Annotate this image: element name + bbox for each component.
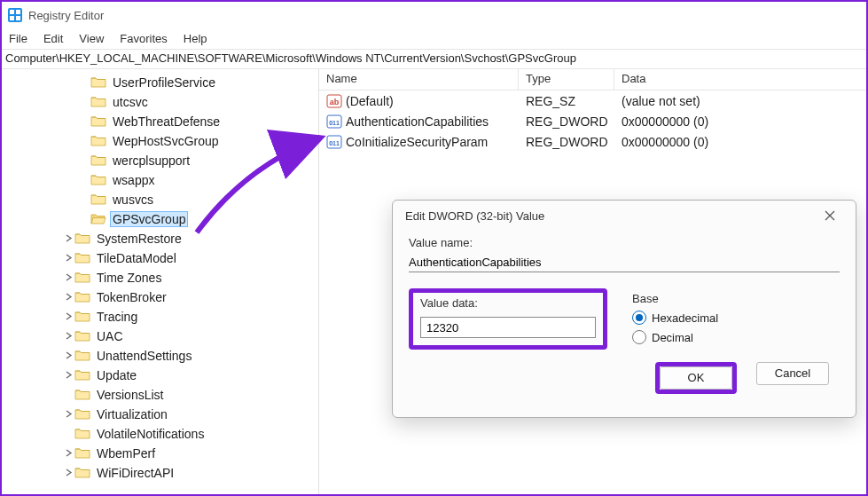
column-header-type[interactable]: Type — [519, 69, 614, 90]
window-title: Registry Editor — [28, 9, 104, 22]
value-name: CoInitializeSecurityParam — [346, 135, 488, 149]
ok-highlight: OK — [655, 362, 737, 394]
dialog-titlebar[interactable]: Edit DWORD (32-bit) Value — [393, 201, 856, 231]
tree-item[interactable]: wsappx — [2, 170, 318, 190]
close-icon[interactable] — [813, 204, 847, 227]
folder-icon — [90, 75, 106, 90]
tree-item[interactable]: WebThreatDefense — [2, 112, 318, 131]
folder-icon — [90, 154, 106, 168]
radio-decimal[interactable]: Decimal — [632, 330, 718, 344]
tree-item-label: WbemPerf — [94, 445, 158, 461]
tree-item[interactable]: wusvcs — [2, 190, 318, 209]
tree-item-label: wusvcs — [110, 192, 156, 208]
svg-rect-1 — [10, 10, 14, 14]
svg-text:011: 011 — [329, 139, 340, 146]
tree-item[interactable]: WiFiDirectAPI — [2, 463, 318, 483]
value-data: 0x00000000 (0) — [614, 114, 866, 129]
tree-item[interactable]: WepHostSvcGroup — [2, 131, 318, 151]
base-label: Base — [632, 292, 718, 305]
folder-icon — [90, 193, 106, 207]
reg-sz-icon: ab — [326, 93, 342, 109]
tree-item[interactable]: UAC — [2, 327, 318, 346]
value-data-input[interactable] — [420, 317, 596, 338]
chevron-right-icon[interactable] — [62, 292, 74, 303]
tree-item[interactable]: Time Zones — [2, 268, 318, 287]
column-header-data[interactable]: Data — [614, 69, 866, 90]
chevron-right-icon[interactable] — [62, 272, 74, 283]
menu-edit[interactable]: Edit — [43, 32, 63, 45]
chevron-right-icon[interactable] — [62, 311, 74, 322]
column-header-name[interactable]: Name — [319, 69, 519, 90]
value-row[interactable]: 011AuthenticationCapabilitiesREG_DWORD0x… — [319, 111, 866, 131]
tree-item[interactable]: utcsvc — [2, 92, 318, 112]
folder-icon — [74, 388, 90, 402]
chevron-right-icon[interactable] — [62, 253, 74, 264]
chevron-right-icon[interactable] — [62, 468, 74, 478]
ok-button[interactable]: OK — [660, 366, 732, 390]
tree-item[interactable]: UnattendSettings — [2, 346, 318, 366]
chevron-right-icon[interactable] — [62, 448, 74, 459]
svg-text:011: 011 — [329, 119, 340, 125]
tree-item-label: wsappx — [110, 172, 157, 188]
tree-item-label: UnattendSettings — [94, 348, 194, 364]
menu-file[interactable]: File — [9, 32, 27, 45]
folder-icon — [74, 349, 90, 363]
value-name-input[interactable] — [409, 253, 840, 272]
svg-rect-3 — [10, 16, 14, 20]
folder-icon — [74, 368, 90, 382]
chevron-right-icon[interactable] — [62, 233, 74, 244]
tree-item-label: TileDataModel — [94, 250, 179, 266]
tree-item[interactable]: SystemRestore — [2, 229, 318, 248]
tree-item[interactable]: WbemPerf — [2, 444, 318, 463]
tree-item[interactable]: TokenBroker — [2, 287, 318, 307]
tree-item-label: WiFiDirectAPI — [94, 465, 176, 481]
registry-editor-icon — [7, 7, 23, 23]
tree-item[interactable]: wercplsupport — [2, 151, 318, 170]
tree-item[interactable]: VolatileNotifications — [2, 424, 318, 444]
menu-favorites[interactable]: Favorites — [120, 32, 167, 45]
value-data-highlight: Value data: — [409, 288, 607, 350]
menubar: File Edit View Favorites Help — [2, 28, 866, 50]
value-type: REG_DWORD — [519, 114, 614, 129]
chevron-right-icon[interactable] — [62, 409, 74, 420]
menu-help[interactable]: Help — [184, 32, 207, 45]
value-data-label: Value data: — [420, 296, 596, 310]
value-rows: ab(Default)REG_SZ(value not set)011Authe… — [319, 91, 866, 152]
chevron-right-icon[interactable] — [62, 331, 74, 342]
tree-item[interactable]: UserProfileService — [2, 73, 318, 92]
folder-icon — [74, 466, 90, 480]
tree-item[interactable]: Update — [2, 366, 318, 385]
value-data: 0x00000000 (0) — [614, 135, 866, 149]
tree-item[interactable]: GPSvcGroup — [2, 209, 318, 229]
folder-icon — [74, 446, 90, 461]
folder-open-icon — [90, 212, 106, 226]
dialog-body: Value name: Value data: Base Hexadecimal… — [393, 231, 856, 403]
dialog-title-text: Edit DWORD (32-bit) Value — [405, 209, 544, 223]
folder-icon — [90, 95, 106, 109]
tree-item[interactable]: VersionsList — [2, 385, 318, 405]
value-row[interactable]: ab(Default)REG_SZ(value not set) — [319, 91, 866, 111]
tree-item-label: UserProfileService — [110, 75, 218, 91]
tree-item-label: wercplsupport — [110, 153, 192, 169]
value-type: REG_DWORD — [519, 135, 614, 149]
value-row[interactable]: 011CoInitializeSecurityParamREG_DWORD0x0… — [319, 131, 866, 152]
values-header: Name Type Data — [319, 69, 866, 91]
cancel-button[interactable]: Cancel — [756, 362, 829, 385]
tree-item-label: Update — [94, 367, 139, 383]
tree-pane[interactable]: UserProfileServiceutcsvcWebThreatDefense… — [2, 69, 319, 494]
menu-view[interactable]: View — [79, 32, 104, 45]
chevron-right-icon[interactable] — [62, 350, 74, 361]
value-name: AuthenticationCapabilities — [346, 114, 489, 129]
tree-item[interactable]: Tracing — [2, 307, 318, 327]
chevron-right-icon[interactable] — [62, 370, 74, 381]
tree-item-label: WepHostSvcGroup — [110, 133, 222, 149]
radio-hexadecimal[interactable]: Hexadecimal — [632, 311, 718, 325]
tree-item[interactable]: Virtualization — [2, 405, 318, 424]
radio-icon — [632, 311, 646, 325]
tree-item-label: GPSvcGroup — [110, 211, 188, 227]
tree-item[interactable]: TileDataModel — [2, 248, 318, 268]
addressbar[interactable]: Computer\HKEY_LOCAL_MACHINE\SOFTWARE\Mic… — [2, 50, 866, 69]
tree-item-label: TokenBroker — [94, 289, 169, 305]
folder-icon — [90, 173, 106, 187]
folder-icon — [74, 232, 90, 246]
